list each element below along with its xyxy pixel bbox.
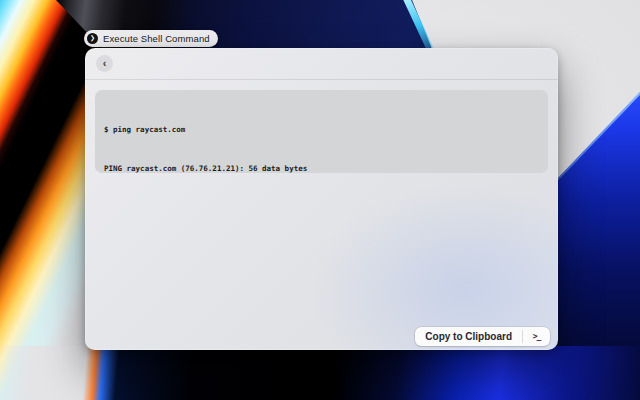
terminal-icon[interactable]: >_ <box>523 327 550 346</box>
footer-button-group: Copy to Clipboard >_ <box>415 327 550 346</box>
shell-command-icon: ❯ <box>87 33 98 44</box>
desktop: ❯ Execute Shell Command ‹ $ ping raycast… <box>0 0 640 400</box>
back-button[interactable]: ‹ <box>96 55 113 72</box>
raycast-window: ‹ $ ping raycast.com PING raycast.com (7… <box>85 48 558 350</box>
terminal-output-panel: $ ping raycast.com PING raycast.com (76.… <box>95 90 548 173</box>
command-title-badge: ❯ Execute Shell Command <box>84 30 218 47</box>
window-header: ‹ <box>85 48 558 80</box>
copy-to-clipboard-button[interactable]: Copy to Clipboard <box>415 327 522 346</box>
wallpaper-bottom-dark <box>0 346 640 400</box>
terminal-line: $ ping raycast.com <box>104 123 539 136</box>
command-title-label: Execute Shell Command <box>103 33 210 44</box>
terminal-line: PING raycast.com (76.76.21.21): 56 data … <box>104 162 539 173</box>
